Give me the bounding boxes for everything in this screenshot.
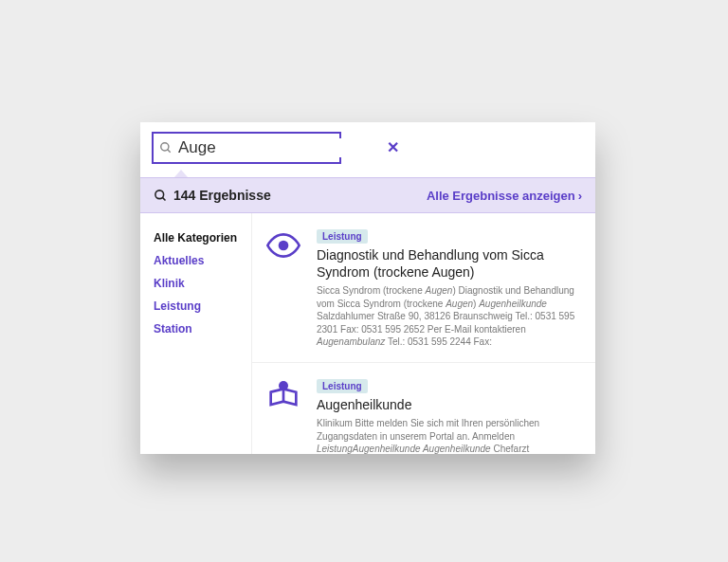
category-sidebar: Alle Kategorien Aktuelles Klinik Leistun… xyxy=(140,213,252,454)
search-input[interactable] xyxy=(178,138,379,157)
svg-point-4 xyxy=(279,241,289,251)
search-icon xyxy=(159,141,173,154)
category-badge: Leistung xyxy=(317,379,368,393)
category-all[interactable]: Alle Kategorien xyxy=(154,227,251,249)
results-list: Leistung Diagnostik und Behandlung vom S… xyxy=(252,213,595,454)
result-item[interactable]: Leistung Augenheilkunde Klinikum Bitte m… xyxy=(252,363,595,455)
svg-point-2 xyxy=(155,190,164,198)
results-count-text: 144 Ergebnisse xyxy=(173,188,271,203)
category-aktuelles[interactable]: Aktuelles xyxy=(154,249,251,272)
results-count: 144 Ergebnisse xyxy=(154,188,271,203)
result-content: Leistung Diagnostik und Behandlung vom S… xyxy=(317,227,582,349)
result-title: Augenheilkunde xyxy=(317,397,582,414)
search-box[interactable]: ✕ xyxy=(152,132,341,164)
category-badge: Leistung xyxy=(317,229,368,244)
results-body: Alle Kategorien Aktuelles Klinik Leistun… xyxy=(140,213,595,454)
category-klinik[interactable]: Klinik xyxy=(154,272,251,295)
show-all-label: Alle Ergebnisse anzeigen xyxy=(427,189,575,203)
svg-line-3 xyxy=(162,197,165,200)
search-icon xyxy=(154,189,168,203)
search-panel: ✕ 144 Ergebnisse Alle Ergebnisse anzeige… xyxy=(140,122,595,454)
result-title: Diagnostik und Behandlung vom Sicca Synd… xyxy=(317,247,582,281)
category-leistung[interactable]: Leistung xyxy=(154,295,251,317)
category-station[interactable]: Station xyxy=(154,317,251,340)
svg-line-1 xyxy=(168,150,171,153)
svg-point-0 xyxy=(161,143,169,151)
result-snippet: Sicca Syndrom (trockene Augen) Diagnosti… xyxy=(317,284,582,349)
eye-icon xyxy=(264,227,303,266)
clear-button[interactable]: ✕ xyxy=(385,140,401,155)
chevron-right-icon: › xyxy=(578,189,582,203)
show-all-link[interactable]: Alle Ergebnisse anzeigen › xyxy=(427,189,582,203)
dropdown-caret xyxy=(140,170,595,177)
search-row: ✕ xyxy=(140,122,595,170)
reader-icon xyxy=(264,376,303,416)
result-content: Leistung Augenheilkunde Klinikum Bitte m… xyxy=(317,376,582,455)
result-item[interactable]: Leistung Diagnostik und Behandlung vom S… xyxy=(252,213,595,363)
result-snippet: Klinikum Bitte melden Sie sich mit Ihren… xyxy=(317,417,582,454)
results-bar: 144 Ergebnisse Alle Ergebnisse anzeigen … xyxy=(140,177,595,213)
